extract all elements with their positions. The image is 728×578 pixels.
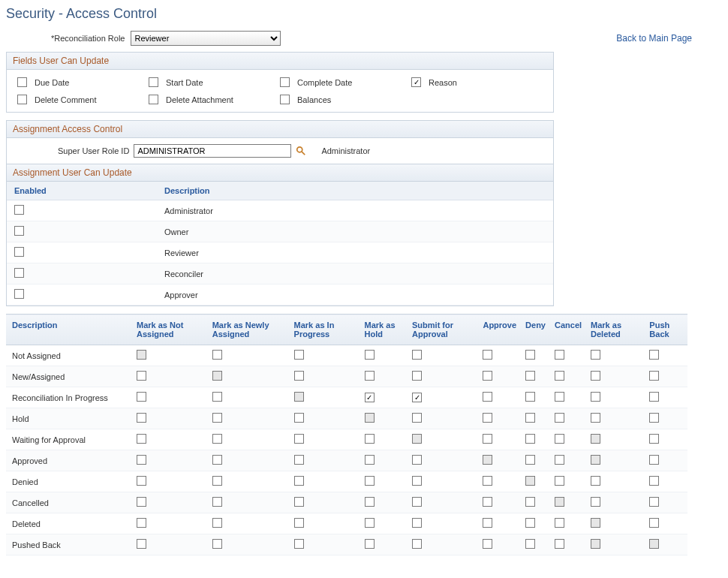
field-checkbox-5[interactable] bbox=[149, 95, 158, 104]
status-cb-7-0[interactable] bbox=[137, 497, 146, 507]
status-cb-8-2[interactable] bbox=[294, 518, 304, 528]
status-cb-0-9[interactable] bbox=[649, 350, 659, 360]
status-cb-6-5[interactable] bbox=[483, 476, 492, 486]
status-cb-3-7[interactable] bbox=[555, 413, 564, 423]
status-cb-1-2[interactable] bbox=[294, 371, 304, 381]
status-cb-1-0[interactable] bbox=[137, 371, 146, 381]
assign-enabled-3[interactable] bbox=[14, 268, 24, 278]
status-cb-7-1[interactable] bbox=[212, 497, 222, 507]
field-checkbox-4[interactable] bbox=[17, 95, 27, 104]
status-cb-2-7[interactable] bbox=[555, 392, 564, 402]
status-cb-8-4[interactable] bbox=[412, 518, 422, 528]
status-cb-2-3[interactable] bbox=[365, 393, 375, 402]
status-cb-8-3[interactable] bbox=[365, 518, 375, 528]
status-cb-2-4[interactable] bbox=[412, 393, 422, 402]
status-cb-7-8[interactable] bbox=[591, 497, 600, 507]
lookup-icon[interactable] bbox=[296, 146, 306, 156]
status-cb-9-1[interactable] bbox=[212, 539, 222, 549]
status-cb-1-6[interactable] bbox=[525, 371, 535, 381]
status-cb-5-6[interactable] bbox=[525, 455, 535, 465]
status-cb-9-7[interactable] bbox=[555, 539, 564, 549]
status-cb-7-2[interactable] bbox=[294, 497, 304, 507]
status-cb-3-9[interactable] bbox=[649, 413, 659, 423]
status-cb-5-9[interactable] bbox=[649, 455, 659, 465]
status-cb-0-4[interactable] bbox=[412, 350, 422, 360]
status-cb-3-0[interactable] bbox=[137, 413, 146, 423]
status-cb-6-1[interactable] bbox=[212, 476, 222, 486]
status-cb-5-0[interactable] bbox=[137, 455, 146, 465]
status-cb-1-7[interactable] bbox=[555, 371, 564, 381]
status-cb-5-1[interactable] bbox=[212, 455, 222, 465]
status-cb-8-6[interactable] bbox=[525, 518, 535, 528]
status-cb-1-9[interactable] bbox=[649, 371, 659, 381]
assign-enabled-2[interactable] bbox=[14, 247, 24, 257]
assign-enabled-4[interactable] bbox=[14, 289, 24, 299]
field-checkbox-3[interactable] bbox=[411, 77, 421, 87]
status-cb-9-6[interactable] bbox=[525, 539, 535, 549]
status-cb-6-9[interactable] bbox=[649, 476, 659, 486]
status-cb-9-5[interactable] bbox=[483, 539, 492, 549]
status-cb-2-6[interactable] bbox=[525, 392, 535, 402]
status-cb-0-8[interactable] bbox=[591, 350, 600, 360]
status-cb-6-7[interactable] bbox=[555, 476, 564, 486]
status-cb-8-7[interactable] bbox=[555, 518, 564, 528]
status-cb-8-1[interactable] bbox=[212, 518, 222, 528]
back-to-main-link[interactable]: Back to Main Page bbox=[616, 33, 692, 44]
status-cb-6-4[interactable] bbox=[412, 476, 422, 486]
status-cb-8-9[interactable] bbox=[649, 518, 659, 528]
status-cb-1-4[interactable] bbox=[412, 371, 422, 381]
field-checkbox-1[interactable] bbox=[149, 77, 158, 87]
assign-enabled-1[interactable] bbox=[14, 226, 24, 236]
status-cb-9-4[interactable] bbox=[412, 539, 422, 549]
reconciliation-role-select[interactable]: Reviewer bbox=[131, 31, 281, 46]
status-cb-8-5[interactable] bbox=[483, 518, 492, 528]
field-checkbox-0[interactable] bbox=[17, 77, 27, 87]
field-checkbox-6[interactable] bbox=[280, 95, 290, 104]
status-cb-3-4[interactable] bbox=[412, 413, 422, 423]
status-cb-5-7[interactable] bbox=[555, 455, 564, 465]
status-cb-5-3[interactable] bbox=[365, 455, 375, 465]
status-cb-2-1[interactable] bbox=[212, 392, 222, 402]
status-cb-5-2[interactable] bbox=[294, 455, 304, 465]
status-cb-3-5[interactable] bbox=[483, 413, 492, 423]
status-cb-2-5[interactable] bbox=[483, 392, 492, 402]
status-cb-5-4[interactable] bbox=[412, 455, 422, 465]
status-cb-1-8[interactable] bbox=[591, 371, 600, 381]
status-cb-6-0[interactable] bbox=[137, 476, 146, 486]
status-cb-0-2[interactable] bbox=[294, 350, 304, 360]
status-cb-7-3[interactable] bbox=[365, 497, 375, 507]
super-user-input[interactable] bbox=[134, 144, 291, 158]
status-cb-3-1[interactable] bbox=[212, 413, 222, 423]
status-cb-7-6[interactable] bbox=[525, 497, 535, 507]
status-cb-0-1[interactable] bbox=[212, 350, 222, 360]
status-cb-1-3[interactable] bbox=[365, 371, 375, 381]
field-checkbox-2[interactable] bbox=[280, 77, 290, 87]
status-cb-9-0[interactable] bbox=[137, 539, 146, 549]
status-cb-4-0[interactable] bbox=[137, 434, 146, 444]
status-cb-2-9[interactable] bbox=[649, 392, 659, 402]
status-cb-1-5[interactable] bbox=[483, 371, 492, 381]
status-cb-0-7[interactable] bbox=[555, 350, 564, 360]
status-cb-2-0[interactable] bbox=[137, 392, 146, 402]
status-cb-3-6[interactable] bbox=[525, 413, 535, 423]
status-cb-7-9[interactable] bbox=[649, 497, 659, 507]
status-cb-0-5[interactable] bbox=[483, 350, 492, 360]
status-cb-4-2[interactable] bbox=[294, 434, 304, 444]
status-cb-6-2[interactable] bbox=[294, 476, 304, 486]
status-cb-4-6[interactable] bbox=[525, 434, 535, 444]
status-cb-6-8[interactable] bbox=[591, 476, 600, 486]
status-cb-0-3[interactable] bbox=[365, 350, 375, 360]
status-cb-8-0[interactable] bbox=[137, 518, 146, 528]
status-cb-9-2[interactable] bbox=[294, 539, 304, 549]
status-cb-4-7[interactable] bbox=[555, 434, 564, 444]
status-cb-3-8[interactable] bbox=[591, 413, 600, 423]
status-cb-9-3[interactable] bbox=[365, 539, 375, 549]
status-cb-3-2[interactable] bbox=[294, 413, 304, 423]
status-cb-4-9[interactable] bbox=[649, 434, 659, 444]
status-cb-0-6[interactable] bbox=[525, 350, 535, 360]
status-cb-2-8[interactable] bbox=[591, 392, 600, 402]
assign-enabled-0[interactable] bbox=[14, 205, 24, 215]
status-cb-6-3[interactable] bbox=[365, 476, 375, 486]
status-cb-4-1[interactable] bbox=[212, 434, 222, 444]
status-cb-7-5[interactable] bbox=[483, 497, 492, 507]
